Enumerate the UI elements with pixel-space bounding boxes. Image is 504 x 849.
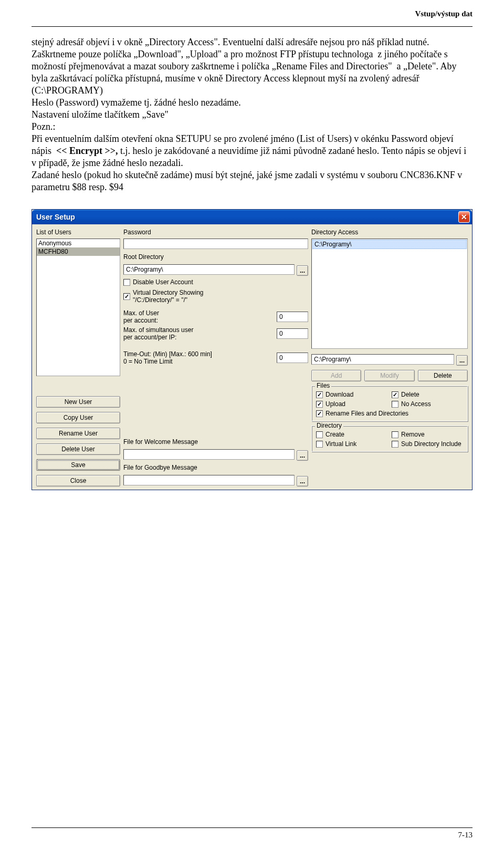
directory-access-label: Directory Access xyxy=(311,229,468,236)
max-user-label-1: Max. of User xyxy=(123,309,275,317)
header-rule xyxy=(32,26,472,27)
add-button[interactable]: Add xyxy=(311,370,361,381)
max-sim-label-1: Max. of simultanous user xyxy=(123,326,275,334)
rename-user-button[interactable]: Rename User xyxy=(36,428,120,439)
max-user-input[interactable]: 0 xyxy=(277,312,308,322)
root-directory-label: Root Directory xyxy=(123,253,308,261)
delete-user-button[interactable]: Delete User xyxy=(36,443,120,455)
upload-checkbox[interactable]: Upload xyxy=(316,400,387,408)
directory-group: Directory Create Remove Virtual Link Sub… xyxy=(311,426,468,452)
vds-label-1: Virtual Directory Showing xyxy=(133,289,204,296)
delete-label: Delete xyxy=(401,391,419,398)
files-legend: Files xyxy=(315,382,331,389)
user-item-mcfhd80[interactable]: MCFHD80 xyxy=(37,247,120,256)
browse-rootdir-button[interactable]: ... xyxy=(297,265,308,276)
user-item-anonymous[interactable]: Anonymous xyxy=(37,239,120,247)
rename-files-checkbox[interactable]: Rename Files and Directories xyxy=(316,410,463,417)
max-user-label-2: per account: xyxy=(123,317,275,324)
disable-user-label: Disable User Account xyxy=(133,278,193,286)
delete-button[interactable]: Delete xyxy=(418,370,468,381)
modify-button[interactable]: Modify xyxy=(364,370,414,381)
goodbye-file-input[interactable] xyxy=(123,475,295,485)
password-input[interactable] xyxy=(123,239,308,249)
welcome-file-input[interactable] xyxy=(123,449,295,460)
copy-user-button[interactable]: Copy User xyxy=(36,412,120,423)
para-5-bold: << Encrypt >>, xyxy=(56,146,118,156)
virtual-link-checkbox[interactable]: Virtual Link xyxy=(316,440,387,448)
files-group: Files Download Delete Upload No Access R… xyxy=(311,386,468,421)
header-section: Vstup/výstup dat xyxy=(415,9,472,18)
remove-checkbox[interactable]: Remove xyxy=(392,431,463,438)
timeout-label-2: 0 = No Time Limit xyxy=(123,358,275,365)
noaccess-label: No Access xyxy=(401,400,431,408)
create-checkbox[interactable]: Create xyxy=(316,431,387,438)
delete-checkbox[interactable]: Delete xyxy=(392,391,463,398)
subdir-include-checkbox[interactable]: Sub Directory Include xyxy=(392,440,463,448)
directory-access-listbox[interactable]: C:\Programy\ xyxy=(311,239,468,349)
noaccess-checkbox[interactable]: No Access xyxy=(392,400,463,408)
directory-legend: Directory xyxy=(315,422,343,429)
subdir-include-label: Sub Directory Include xyxy=(401,440,461,448)
para-1: stejný adresář objeví i v okně „Director… xyxy=(32,37,459,96)
download-checkbox[interactable]: Download xyxy=(316,391,387,398)
user-setup-window: User Setup ✕ List of Users Anonymous MCF… xyxy=(32,209,472,490)
close-button[interactable]: Close xyxy=(36,475,120,486)
create-label: Create xyxy=(326,431,344,438)
remove-label: Remove xyxy=(401,431,425,438)
page-number: 7-13 xyxy=(458,831,473,840)
body-text: stejný adresář objeví i v okně „Director… xyxy=(32,36,472,193)
list-of-users-label: List of Users xyxy=(36,229,120,236)
max-sim-label-2: per account/per IP: xyxy=(123,334,275,341)
titlebar: User Setup ✕ xyxy=(32,210,472,224)
close-icon[interactable]: ✕ xyxy=(458,211,470,223)
browse-welcome-button[interactable]: ... xyxy=(297,450,308,461)
users-listbox[interactable]: Anonymous MCFHD80 xyxy=(36,239,120,376)
download-label: Download xyxy=(326,391,353,398)
para-4: Pozn.: xyxy=(32,121,56,132)
directory-path-input[interactable]: C:\Programy\ xyxy=(311,354,454,365)
virtual-link-label: Virtual Link xyxy=(326,440,356,448)
rename-files-label: Rename Files and Directories xyxy=(326,410,408,417)
timeout-label-1: Time-Out: (Min) [Max.: 600 min] xyxy=(123,350,275,358)
password-label: Password xyxy=(123,229,308,236)
max-sim-input[interactable]: 0 xyxy=(277,328,308,339)
para-6: Zadané heslo (pokud ho skutečně zadáme) … xyxy=(32,170,465,192)
para-2: Heslo (Password) vymažeme tj. žádné hesl… xyxy=(32,97,241,108)
welcome-file-label: File for Welcome Message xyxy=(123,438,308,446)
goodbye-file-label: File for Goodbye Message xyxy=(123,464,308,471)
browse-goodbye-button[interactable]: ... xyxy=(297,476,308,486)
save-button[interactable]: Save xyxy=(36,459,120,471)
dir-item[interactable]: C:\Programy\ xyxy=(312,240,467,249)
upload-label: Upload xyxy=(326,400,345,408)
vds-label-2: "/C:/Directory/" = "/" xyxy=(133,296,187,304)
window-title: User Setup xyxy=(36,213,75,221)
para-3: Nastavení uložíme tlačítkem „Save" xyxy=(32,109,169,120)
virtual-directory-checkbox[interactable]: Virtual Directory Showing "/C:/Directory… xyxy=(123,289,308,304)
root-directory-input[interactable]: C:\Programy\ xyxy=(123,264,295,275)
timeout-input[interactable]: 0 xyxy=(277,353,308,363)
browse-dir-button[interactable]: ... xyxy=(456,355,468,366)
footer-rule xyxy=(32,827,472,828)
new-user-button[interactable]: New User xyxy=(36,396,120,408)
disable-user-checkbox[interactable]: Disable User Account xyxy=(123,278,308,286)
